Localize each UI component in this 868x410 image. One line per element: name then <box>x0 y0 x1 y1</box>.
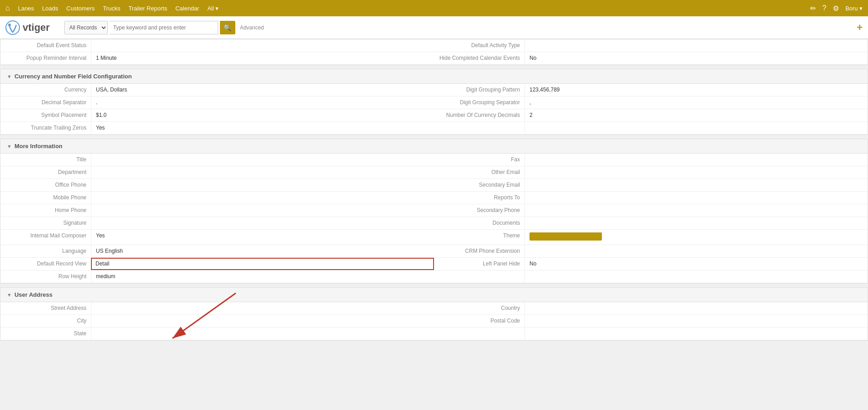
nav-all[interactable]: All ▾ <box>207 5 218 12</box>
top-navigation: ⌂ Lanes Loads Customers Trucks Trailer R… <box>0 0 868 16</box>
language-row: Language US English <box>0 245 434 258</box>
office-phone-value <box>91 179 434 191</box>
office-phone-row: Office Phone <box>0 179 434 192</box>
more-info-collapse-arrow[interactable]: ▼ <box>7 144 12 149</box>
fax-value <box>525 154 868 166</box>
edit-icon[interactable]: ✏ <box>810 4 816 13</box>
state-value <box>91 328 434 340</box>
documents-label: Documents <box>434 217 525 229</box>
search-button[interactable]: 🔍 <box>220 21 235 34</box>
theme-row: Theme <box>434 230 868 245</box>
digit-grouping-sep-value: , <box>525 96 868 109</box>
street-address-row: Street Address <box>0 302 434 315</box>
currency-collapse-arrow[interactable]: ▼ <box>7 74 12 79</box>
settings-icon[interactable]: ⚙ <box>833 4 839 13</box>
nav-loads[interactable]: Loads <box>42 5 58 12</box>
nav-trailer-reports[interactable]: Trailer Reports <box>129 5 167 12</box>
row-height-empty <box>434 270 868 283</box>
truncate-trailing-row: Truncate Trailing Zeros Yes <box>0 122 434 135</box>
popup-reminder-row: Popup Reminder Interval 1 Minute <box>0 52 434 65</box>
search-scope-select[interactable]: All Records <box>64 21 108 34</box>
title-value <box>91 154 434 166</box>
more-info-section-title: More Information <box>14 143 62 150</box>
theme-color-swatch <box>529 232 602 241</box>
nav-calendar[interactable]: Calendar <box>175 5 199 12</box>
logo-text: vtiger <box>23 22 50 34</box>
digit-grouping-pattern-row: Digit Grouping Pattern 123,456,789 <box>434 84 868 96</box>
default-event-status-row: Default Event Status <box>0 39 434 52</box>
nav-lanes[interactable]: Lanes <box>18 5 34 12</box>
nav-trucks[interactable]: Trucks <box>103 5 120 12</box>
reports-to-value <box>525 192 868 204</box>
search-input[interactable] <box>110 21 218 34</box>
truncate-trailing-label: Truncate Trailing Zeros <box>0 122 91 134</box>
advanced-search-link[interactable]: Advanced <box>240 24 264 31</box>
default-record-view-label: Default Record View <box>0 258 91 270</box>
currency-label: Currency <box>0 84 91 96</box>
language-label: Language <box>0 245 91 257</box>
more-info-section-header: ▼ More Information <box>0 139 868 154</box>
city-value <box>91 315 434 327</box>
symbol-placement-row: Symbol Placement $1.0 <box>0 109 434 122</box>
more-info-section: ▼ More Information Title Fax Department … <box>0 139 868 284</box>
home-icon[interactable]: ⌂ <box>5 4 10 12</box>
truncate-trailing-value: Yes <box>91 122 434 134</box>
user-address-section-title: User Address <box>14 291 52 298</box>
left-panel-hide-label: Left Panel Hide <box>434 258 525 270</box>
language-value: US English <box>91 245 434 257</box>
default-activity-type-row: Default Activity Type <box>434 39 868 52</box>
mobile-phone-value <box>91 192 434 204</box>
empty-label-1 <box>434 122 525 134</box>
currency-decimals-row: Number Of Currency Decimals 2 <box>434 109 868 122</box>
symbol-placement-value: $1.0 <box>91 109 434 121</box>
country-row: Country <box>434 302 868 315</box>
empty-label-2 <box>434 270 525 283</box>
digit-grouping-sep-row: Digit Grouping Separator , <box>434 96 868 109</box>
department-value <box>91 166 434 178</box>
fax-label: Fax <box>434 154 525 166</box>
empty-value-3 <box>525 328 868 340</box>
other-email-value <box>525 166 868 178</box>
header-bar: vtiger All Records 🔍 Advanced + <box>0 16 868 39</box>
row-height-label: Row Height <box>0 270 91 283</box>
secondary-email-value <box>525 179 868 191</box>
country-value <box>525 302 868 314</box>
secondary-phone-row: Secondary Phone <box>434 204 868 217</box>
digit-grouping-pattern-label: Digit Grouping Pattern <box>434 84 525 96</box>
secondary-phone-value <box>525 204 868 217</box>
user-address-collapse-arrow[interactable]: ▼ <box>7 292 12 298</box>
signature-value <box>91 217 434 229</box>
row-height-row: Row Height medium <box>0 270 434 283</box>
theme-label: Theme <box>434 230 525 245</box>
internal-mail-value: Yes <box>91 230 434 245</box>
documents-row: Documents <box>434 217 868 230</box>
postal-code-value <box>525 315 868 327</box>
home-phone-label: Home Phone <box>0 204 91 217</box>
crm-phone-label: CRM Phone Extension <box>434 245 525 257</box>
street-address-value <box>91 302 434 314</box>
main-content: Default Event Status Default Activity Ty… <box>0 39 868 341</box>
add-record-button[interactable]: + <box>857 22 863 34</box>
hide-completed-label: Hide Completed Calendar Events <box>434 52 525 64</box>
user-address-section: ▼ User Address Street Address Country Ci… <box>0 287 868 341</box>
street-address-label: Street Address <box>0 302 91 314</box>
nav-customers[interactable]: Customers <box>67 5 95 12</box>
empty-value-1 <box>525 122 868 134</box>
left-panel-hide-value: No <box>525 258 868 270</box>
decimal-separator-value: . <box>91 96 434 109</box>
state-label: State <box>0 328 91 340</box>
help-icon[interactable]: ? <box>822 4 826 12</box>
currency-decimals-value: 2 <box>525 109 868 121</box>
secondary-email-label: Secondary Email <box>434 179 525 191</box>
popup-reminder-label: Popup Reminder Interval <box>0 52 91 64</box>
currency-empty-row <box>434 122 868 135</box>
documents-value <box>525 217 868 229</box>
signature-row: Signature <box>0 217 434 230</box>
postal-code-label: Postal Code <box>434 315 525 327</box>
user-menu[interactable]: Boru ▾ <box>845 5 863 12</box>
calendar-defaults-section: Default Event Status Default Activity Ty… <box>0 39 868 65</box>
address-empty <box>434 328 868 340</box>
home-phone-row: Home Phone <box>0 204 434 217</box>
logo: vtiger <box>5 20 50 35</box>
default-record-view-value: Detail <box>91 258 434 270</box>
